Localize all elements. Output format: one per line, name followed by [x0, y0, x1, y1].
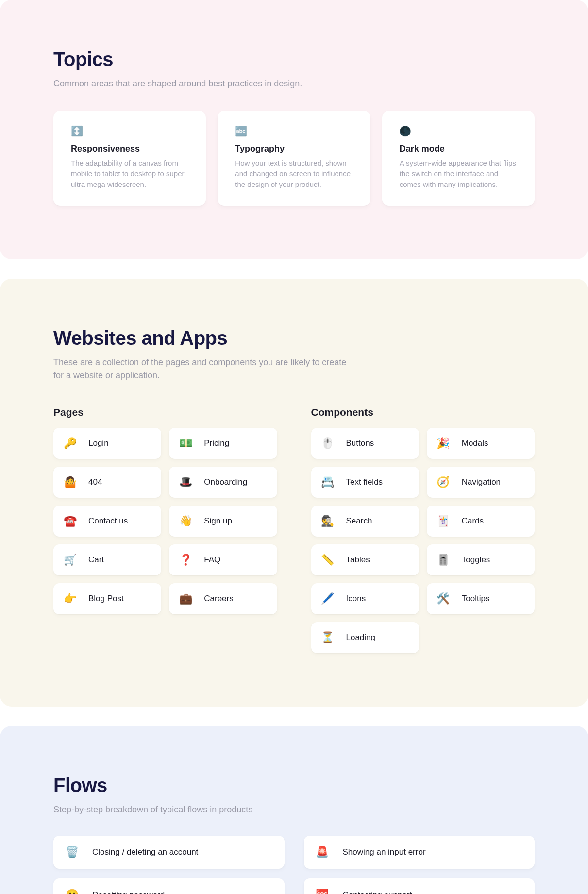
list-item[interactable]: 🔑Login: [53, 428, 161, 459]
topic-title: Typography: [235, 144, 353, 154]
alarm-icon: 🚨: [317, 846, 328, 858]
list-item[interactable]: 🛠️Tooltips: [427, 583, 535, 614]
topic-desc: The adaptability of a canvas from mobile…: [71, 158, 188, 189]
wave-icon: 👋: [180, 515, 191, 527]
typography-icon: 🔤: [235, 125, 247, 137]
item-label: Tables: [346, 555, 370, 565]
tophat-icon: 🎩: [180, 476, 191, 488]
item-label: Pricing: [204, 439, 229, 448]
phone-icon: ☎️: [64, 515, 76, 527]
money-icon: 💵: [180, 438, 191, 449]
topics-heading: Topics: [53, 49, 535, 70]
topic-card[interactable]: 🔤TypographyHow your text is structured, …: [218, 111, 370, 206]
topics-section: Topics Common areas that are shaped arou…: [0, 0, 588, 259]
pages-column: Pages 🔑Login💵Pricing🤷404🎩Onboarding☎️Con…: [53, 382, 277, 653]
item-label: Icons: [346, 594, 366, 604]
list-item[interactable]: 🎚️Toggles: [427, 544, 535, 575]
list-item[interactable]: 🖱️Buttons: [311, 428, 419, 459]
item-label: Closing / deleting an account: [92, 847, 198, 857]
list-item[interactable]: 🎉Modals: [427, 428, 535, 459]
list-item[interactable]: 📏Tables: [311, 544, 419, 575]
pen-icon: 🖊️: [322, 593, 334, 605]
responsive-icon: ↕️: [71, 125, 83, 137]
topics-sub: Common areas that are shaped around best…: [53, 77, 354, 90]
list-item[interactable]: 💵Pricing: [169, 428, 277, 459]
list-item[interactable]: 🛒Cart: [53, 544, 161, 575]
shrug-icon: 🤷: [64, 476, 76, 488]
face-icon: 😗: [66, 889, 78, 894]
item-label: Tooltips: [462, 594, 490, 604]
list-item[interactable]: 🆘Contacting support: [304, 878, 535, 894]
pointing-icon: 👉: [64, 593, 76, 605]
item-label: Onboarding: [204, 477, 247, 487]
list-item[interactable]: 💼Careers: [169, 583, 277, 614]
cart-icon: 🛒: [64, 554, 76, 566]
item-label: Cards: [462, 516, 484, 526]
components-column: Components 🖱️Buttons🎉Modals📇Text fields🧭…: [311, 382, 535, 653]
ruler-icon: 📏: [322, 554, 334, 566]
topic-title: Responsiveness: [71, 144, 188, 154]
item-label: 404: [88, 477, 102, 487]
topics-grid: ↕️ResponsivenessThe adaptability of a ca…: [53, 111, 535, 206]
darkmode-icon: 🌑: [400, 125, 411, 137]
item-label: Cart: [88, 555, 104, 565]
compass-icon: 🧭: [437, 476, 449, 488]
pages-grid: 🔑Login💵Pricing🤷404🎩Onboarding☎️Contact u…: [53, 428, 277, 614]
list-item[interactable]: 🎩Onboarding: [169, 467, 277, 498]
web-section: Websites and Apps These are a collection…: [0, 279, 588, 707]
item-label: Login: [88, 439, 109, 448]
list-item[interactable]: 🤷404: [53, 467, 161, 498]
list-item[interactable]: ☎️Contact us: [53, 506, 161, 537]
item-label: Toggles: [462, 555, 490, 565]
question-icon: ❓: [180, 554, 191, 566]
list-item[interactable]: 📇Text fields: [311, 467, 419, 498]
item-label: Loading: [346, 633, 376, 642]
item-label: FAQ: [204, 555, 220, 565]
topic-desc: How your text is structured, shown and c…: [235, 158, 353, 189]
list-item[interactable]: ⏳Loading: [311, 622, 419, 653]
list-item[interactable]: 😗Resetting password: [53, 878, 285, 894]
textfield-icon: 📇: [322, 476, 334, 488]
item-label: Navigation: [462, 477, 501, 487]
item-label: Resetting password: [92, 890, 165, 894]
party-icon: 🎉: [437, 438, 449, 449]
card-icon: 🃏: [437, 515, 449, 527]
briefcase-icon: 💼: [180, 593, 191, 605]
pages-heading: Pages: [53, 406, 277, 418]
components-heading: Components: [311, 406, 535, 418]
topic-desc: A system-wide appearance that flips the …: [400, 158, 517, 189]
trash-icon: 🗑️: [66, 846, 78, 858]
item-label: Showing an input error: [343, 847, 426, 857]
list-item[interactable]: 👉Blog Post: [53, 583, 161, 614]
detective-icon: 🕵️: [322, 515, 334, 527]
item-label: Blog Post: [88, 594, 124, 604]
web-sub: These are a collection of the pages and …: [53, 356, 354, 382]
flows-sub: Step-by-step breakdown of typical flows …: [53, 803, 354, 816]
sos-icon: 🆘: [317, 889, 328, 894]
components-grid: 🖱️Buttons🎉Modals📇Text fields🧭Navigation🕵…: [311, 428, 535, 653]
list-item[interactable]: 🃏Cards: [427, 506, 535, 537]
web-heading: Websites and Apps: [53, 327, 535, 349]
topic-card[interactable]: ↕️ResponsivenessThe adaptability of a ca…: [53, 111, 206, 206]
list-item[interactable]: 🚨Showing an input error: [304, 836, 535, 869]
flows-heading: Flows: [53, 775, 535, 796]
list-item[interactable]: 🧭Navigation: [427, 467, 535, 498]
list-item[interactable]: 🕵️Search: [311, 506, 419, 537]
list-item[interactable]: 👋Sign up: [169, 506, 277, 537]
item-label: Careers: [204, 594, 233, 604]
topic-title: Dark mode: [400, 144, 517, 154]
mouse-icon: 🖱️: [322, 438, 334, 449]
flows-section: Flows Step-by-step breakdown of typical …: [0, 726, 588, 894]
key-icon: 🔑: [64, 438, 76, 449]
slider-icon: 🎚️: [437, 554, 449, 566]
item-label: Search: [346, 516, 372, 526]
item-label: Contact us: [88, 516, 128, 526]
list-item[interactable]: ❓FAQ: [169, 544, 277, 575]
hourglass-icon: ⏳: [322, 632, 334, 643]
topic-card[interactable]: 🌑Dark modeA system-wide appearance that …: [382, 111, 535, 206]
item-label: Text fields: [346, 477, 383, 487]
list-item[interactable]: 🗑️Closing / deleting an account: [53, 836, 285, 869]
item-label: Buttons: [346, 439, 374, 448]
tools-icon: 🛠️: [437, 593, 449, 605]
list-item[interactable]: 🖊️Icons: [311, 583, 419, 614]
